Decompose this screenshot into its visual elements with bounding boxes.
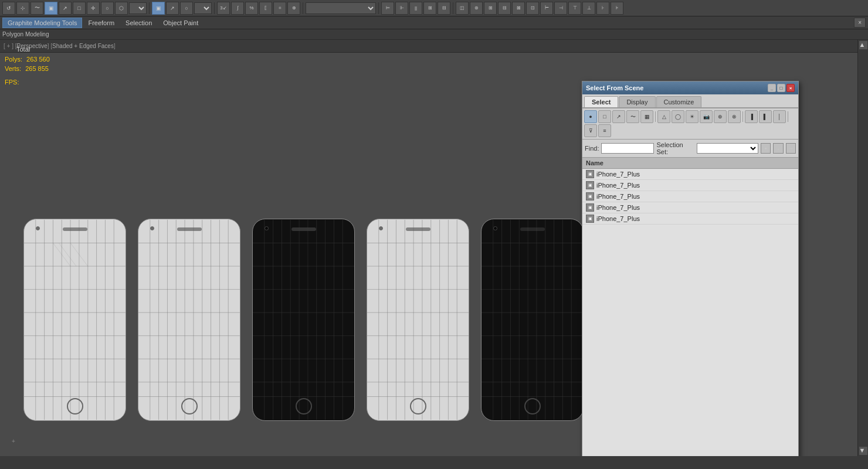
tool-t[interactable]: ⊤ bbox=[568, 2, 581, 15]
phone-3-home bbox=[296, 398, 312, 414]
dialog-tool-geo[interactable]: △ bbox=[657, 110, 670, 123]
dialog-object-list[interactable]: ▣ iPhone_7_Plus ▣ iPhone_7_Plus ▣ iPhone… bbox=[582, 169, 798, 456]
phone-1 bbox=[23, 219, 126, 421]
tool-i[interactable]: || bbox=[409, 2, 422, 15]
phone-3-wireframe-svg bbox=[253, 219, 354, 420]
verts-label: Verts: bbox=[5, 65, 21, 72]
tool-h[interactable]: ⊩ bbox=[395, 2, 408, 15]
tool-move[interactable]: ✛ bbox=[87, 2, 100, 15]
dialog-tool-box[interactable]: □ bbox=[598, 110, 611, 123]
dialog-tool-sphere[interactable]: ● bbox=[584, 110, 597, 123]
tool-select2[interactable]: ▣ bbox=[152, 2, 165, 15]
tool-rect-select[interactable]: ▣ bbox=[45, 2, 57, 15]
tool-e[interactable]: ⌗ bbox=[273, 2, 286, 15]
tool-p[interactable]: ⊠ bbox=[512, 2, 525, 15]
dialog-tool-sort[interactable]: ≡ bbox=[598, 124, 611, 137]
view-dropdown[interactable]: View bbox=[194, 2, 212, 14]
tool-m[interactable]: ⊛ bbox=[470, 2, 483, 15]
tool-rect[interactable]: □ bbox=[73, 2, 86, 15]
tool-paint[interactable]: ⬡ bbox=[115, 2, 128, 15]
find-input[interactable] bbox=[601, 143, 654, 154]
polys-row: Polys: 263 560 bbox=[5, 55, 50, 64]
tool-r[interactable]: ⊢ bbox=[540, 2, 553, 15]
list-item-1[interactable]: ▣ iPhone_7_Plus bbox=[582, 180, 798, 191]
tool-circle[interactable]: ○ bbox=[101, 2, 114, 15]
phone-1-wireframe-svg bbox=[24, 219, 126, 420]
phone-2 bbox=[138, 219, 240, 421]
axis-indicator: + bbox=[12, 438, 15, 444]
tool-g[interactable]: ⊨ bbox=[381, 2, 394, 15]
verts-value: 265 855 bbox=[25, 65, 49, 72]
tool-v[interactable]: ⊦ bbox=[596, 2, 609, 15]
dialog-title-buttons: _ □ × bbox=[768, 84, 795, 92]
dialog-add-btn[interactable]: + bbox=[761, 143, 771, 154]
dialog-tool-select[interactable]: ↗ bbox=[612, 110, 625, 123]
dialog-tool-lasso[interactable]: 〜 bbox=[626, 110, 639, 123]
tool-k[interactable]: ⊟ bbox=[438, 2, 450, 15]
sep1 bbox=[149, 2, 150, 14]
list-item-2-name: iPhone_7_Plus bbox=[596, 193, 640, 200]
tool-l[interactable]: ◫ bbox=[456, 2, 469, 15]
dialog-tool-space[interactable]: ⊗ bbox=[728, 110, 741, 123]
tool-arrow[interactable]: ↗ bbox=[59, 2, 72, 15]
menu-selection[interactable]: Selection bbox=[120, 18, 157, 28]
tool-rotate[interactable]: ↺ bbox=[2, 2, 15, 15]
tool-b[interactable]: ∫ bbox=[231, 2, 244, 15]
dialog-tool-helper[interactable]: ⊕ bbox=[714, 110, 727, 123]
menu-object-paint[interactable]: Object Paint bbox=[158, 18, 204, 28]
create-selection-dropdown[interactable]: Create Selection Se... bbox=[306, 2, 376, 14]
dialog-tool-light[interactable]: ☀ bbox=[686, 110, 699, 123]
tool-q[interactable]: ⊡ bbox=[526, 2, 539, 15]
dialog-highlight-btn[interactable]: → bbox=[786, 143, 796, 154]
tool-lasso[interactable]: 〜 bbox=[30, 2, 43, 15]
scrollbar-up[interactable]: ▲ bbox=[859, 41, 867, 49]
dialog-tool-col1[interactable]: ▐ bbox=[745, 110, 758, 123]
selection-set-dropdown[interactable] bbox=[697, 143, 758, 154]
tool-s[interactable]: ⊣ bbox=[554, 2, 567, 15]
menu-close-button[interactable]: × bbox=[854, 18, 866, 28]
phone-2-wireframe-svg bbox=[138, 219, 240, 420]
dialog-list-header: Name bbox=[582, 158, 798, 169]
tool-a[interactable]: 3↙ bbox=[217, 2, 230, 15]
dialog-tool-shape[interactable]: ◯ bbox=[672, 110, 684, 123]
info-bar: Polygon Modeling bbox=[0, 29, 868, 40]
phone-5-wireframe-svg bbox=[482, 219, 583, 420]
dialog-close-button[interactable]: × bbox=[786, 84, 795, 92]
list-item-3-icon: ▣ bbox=[586, 203, 594, 212]
tab-select[interactable]: Select bbox=[584, 96, 618, 107]
dialog-tool-camera[interactable]: 📷 bbox=[700, 110, 713, 123]
phone-5 bbox=[481, 219, 584, 421]
list-item-4[interactable]: ▣ iPhone_7_Plus bbox=[582, 213, 798, 225]
dialog-remove-btn[interactable]: - bbox=[773, 143, 783, 154]
dialog-maximize-button[interactable]: □ bbox=[777, 84, 785, 92]
tool-c[interactable]: % bbox=[245, 2, 258, 15]
tab-customize[interactable]: Customize bbox=[656, 96, 702, 107]
tool-w[interactable]: ⊧ bbox=[611, 2, 623, 15]
tool-select3[interactable]: ↗ bbox=[166, 2, 179, 15]
dialog-tool-filter[interactable]: ▦ bbox=[640, 110, 653, 123]
list-item-2[interactable]: ▣ iPhone_7_Plus bbox=[582, 191, 798, 202]
dialog-tool-filter2[interactable]: ⊽ bbox=[584, 124, 597, 137]
viewport[interactable]: [ + ] [ Perspective ] [ Shaded + Edged F… bbox=[0, 40, 857, 456]
scrollbar-down[interactable]: ▼ bbox=[859, 447, 867, 455]
menu-graphite[interactable]: Graphite Modeling Tools bbox=[2, 18, 82, 28]
tool-circle2[interactable]: ○ bbox=[180, 2, 193, 15]
tool-n[interactable]: ⊞ bbox=[484, 2, 497, 15]
dialog-minimize-button[interactable]: _ bbox=[768, 84, 776, 92]
list-item-3[interactable]: ▣ iPhone_7_Plus bbox=[582, 202, 798, 213]
all-dropdown[interactable]: All bbox=[129, 2, 147, 14]
tool-u[interactable]: ⊥ bbox=[582, 2, 595, 15]
dialog-sep1 bbox=[655, 111, 656, 122]
tool-f[interactable]: ⊕ bbox=[287, 2, 300, 15]
right-scrollbar[interactable]: ▲ ▼ bbox=[857, 40, 868, 456]
tab-display[interactable]: Display bbox=[619, 96, 655, 107]
menu-freeform[interactable]: Freeform bbox=[83, 18, 120, 28]
dialog-tool-col2[interactable]: ▌ bbox=[759, 110, 772, 123]
tool-d[interactable]: ⟦ bbox=[259, 2, 272, 15]
tool-j[interactable]: ⊞ bbox=[423, 2, 436, 15]
tool-o[interactable]: ⊟ bbox=[498, 2, 511, 15]
sep2 bbox=[214, 2, 215, 14]
list-item-0[interactable]: ▣ iPhone_7_Plus bbox=[582, 169, 798, 180]
dialog-tool-col3[interactable]: │ bbox=[773, 110, 786, 123]
tool-select[interactable]: ⊹ bbox=[16, 2, 29, 15]
